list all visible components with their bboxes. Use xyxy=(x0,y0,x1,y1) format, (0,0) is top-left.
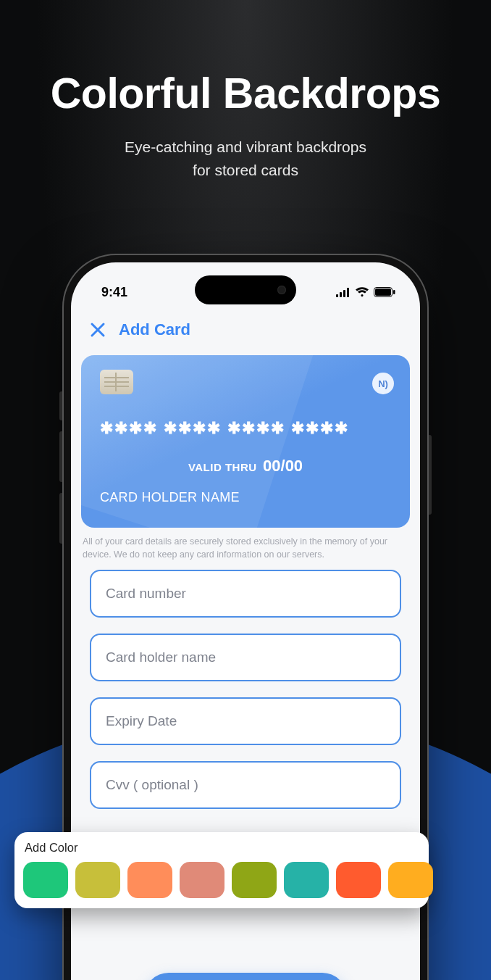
svg-rect-1 xyxy=(340,292,342,297)
color-swatch-row xyxy=(23,862,420,898)
expiry-date-input[interactable]: Expiry Date xyxy=(90,697,401,745)
security-disclaimer: All of your card details are securely st… xyxy=(71,528,420,565)
svg-rect-2 xyxy=(343,290,345,297)
color-swatch[interactable] xyxy=(75,862,120,898)
valid-thru-value: 00/00 xyxy=(263,457,303,475)
hero-subtitle: Eye-catching and vibrant backdrops for s… xyxy=(0,136,491,181)
card-preview: N) ✱✱✱✱ ✱✱✱✱ ✱✱✱✱ ✱✱✱✱ VALID THRU 00/00 … xyxy=(81,355,410,528)
camera-icon xyxy=(277,286,286,294)
hero-subtitle-line: Eye-catching and vibrant backdrops xyxy=(125,138,366,155)
card-number-input[interactable]: Card number xyxy=(90,570,401,618)
close-button[interactable] xyxy=(87,319,109,341)
color-swatch[interactable] xyxy=(232,862,277,898)
card-holder-input[interactable]: Card holder name xyxy=(90,634,401,681)
color-picker-panel: Add Color xyxy=(14,832,429,908)
svg-rect-0 xyxy=(336,294,338,297)
svg-rect-3 xyxy=(347,288,349,297)
color-swatch[interactable] xyxy=(284,862,329,898)
status-icons xyxy=(336,287,395,297)
battery-icon xyxy=(374,287,395,297)
cellular-icon xyxy=(336,288,351,297)
cvv-input[interactable]: Cvv ( optional ) xyxy=(90,761,401,809)
wifi-icon xyxy=(355,287,369,297)
hero-title: Colorful Backdrops xyxy=(0,69,491,118)
app-header: Add Card xyxy=(71,306,420,348)
color-swatch[interactable] xyxy=(388,862,433,898)
valid-thru-label: VALID THRU xyxy=(188,461,257,473)
svg-rect-6 xyxy=(393,290,395,294)
color-swatch[interactable] xyxy=(336,862,381,898)
save-card-button[interactable]: Save Card xyxy=(144,973,347,980)
hero-subtitle-line: for stored cards xyxy=(193,162,298,178)
color-swatch[interactable] xyxy=(23,862,68,898)
card-valid-thru: VALID THRU 00/00 xyxy=(100,457,391,476)
page-title: Add Card xyxy=(119,320,190,339)
svg-rect-5 xyxy=(375,288,391,296)
card-preview-wrap: N) ✱✱✱✱ ✱✱✱✱ ✱✱✱✱ ✱✱✱✱ VALID THRU 00/00 … xyxy=(71,348,420,528)
phone-side-button xyxy=(427,435,432,515)
color-picker-label: Add Color xyxy=(25,841,419,855)
chip-icon xyxy=(100,370,133,394)
status-time: 9:41 xyxy=(101,285,127,300)
dynamic-island xyxy=(195,275,296,304)
color-swatch[interactable] xyxy=(127,862,172,898)
card-form: Card number Card holder name Expiry Date… xyxy=(71,565,420,809)
close-icon xyxy=(89,321,106,339)
hero-section: Colorful Backdrops Eye-catching and vibr… xyxy=(0,0,491,181)
color-swatch[interactable] xyxy=(180,862,224,898)
card-holder-name: CARD HOLDER NAME xyxy=(100,490,391,505)
card-number-mask: ✱✱✱✱ ✱✱✱✱ ✱✱✱✱ ✱✱✱✱ xyxy=(100,419,391,438)
card-brand-badge: N) xyxy=(372,373,394,394)
